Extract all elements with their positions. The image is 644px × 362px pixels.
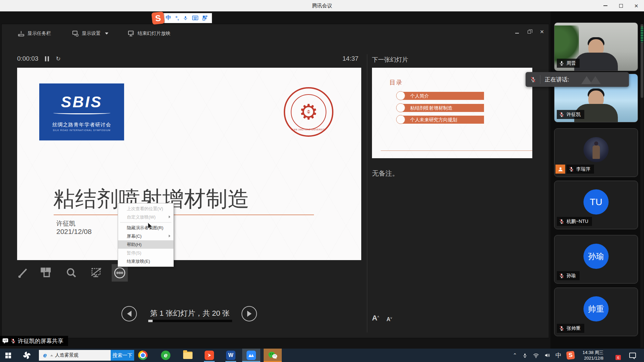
slide-position-label: 第 1 张幻灯片，共 20 张 xyxy=(147,308,233,318)
taskbar-tencent-meeting[interactable] xyxy=(242,349,260,362)
submenu-arrow-icon xyxy=(169,235,170,237)
display-settings-button[interactable]: 显示设置 xyxy=(72,27,108,40)
taskbar-360-browser[interactable]: e xyxy=(159,349,172,362)
participant-name-label: 杭鹏~NTU xyxy=(557,217,592,226)
sogou-pinwheel-button[interactable] xyxy=(19,349,34,362)
tray-mic[interactable] xyxy=(520,349,530,362)
ppt-close-button[interactable]: ✕ xyxy=(540,29,544,35)
font-decrease-button[interactable]: A˅ xyxy=(386,316,392,322)
mic-muted-icon xyxy=(11,338,16,344)
blank-screen-icon xyxy=(91,267,102,279)
action-center-icon xyxy=(629,353,636,358)
ppt-restore-button[interactable] xyxy=(528,29,531,35)
tray-clock[interactable]: 14:38 周三 2021/12/8 xyxy=(573,350,603,361)
menu-item-pause[interactable]: 暂停(S) xyxy=(118,249,173,257)
taskbar-chrome[interactable] xyxy=(136,349,150,362)
participant-video-tile[interactable]: 李瑞萍 xyxy=(554,128,638,177)
window-maximize-button[interactable] xyxy=(613,0,629,11)
ime-keyboard-icon[interactable] xyxy=(192,15,198,20)
window-close-button[interactable]: ✕ xyxy=(629,0,644,11)
toc-dot xyxy=(396,91,405,100)
taskbar-word[interactable]: W xyxy=(224,349,237,362)
font-increase-button[interactable]: A˄ xyxy=(372,314,379,322)
participant-name-label: 孙瑜 xyxy=(557,271,580,280)
taskbar-file-explorer[interactable] xyxy=(181,349,195,362)
meeting-window-titlebar: 腾讯会议 ✕ xyxy=(0,0,644,11)
xjtu-university-seal: ⚙ 1896 XI'AN JIAOTONG UNIVERSITY xyxy=(284,87,333,137)
pause-timer-button[interactable] xyxy=(45,56,49,61)
tray-ime-mode[interactable]: 中 xyxy=(553,349,564,362)
pen-tool-button[interactable] xyxy=(15,264,31,282)
next-slide-preview[interactable]: 目录 个人简介 粘结剂喷射增材制造 个人未来研究方向规划 xyxy=(372,68,532,158)
menu-separator xyxy=(120,222,171,223)
previous-slide-button[interactable] xyxy=(121,306,137,321)
menu-item-help[interactable]: 帮助(H) xyxy=(118,240,173,249)
tray-notifications[interactable]: 6 xyxy=(608,349,621,362)
taskbar-video-player[interactable] xyxy=(203,349,216,362)
toc-dot xyxy=(396,103,405,112)
ime-chinese-mode[interactable]: 中 xyxy=(166,14,171,21)
shared-screen-area: S 中 °, 显示任务栏 显示设置 x 结束幻灯片放映 xyxy=(0,11,644,349)
black-screen-button[interactable] xyxy=(88,264,104,282)
menu-item-end-show[interactable]: 结束放映(E) xyxy=(118,257,173,265)
start-button[interactable] xyxy=(0,349,16,362)
menu-item-screen[interactable]: 屏幕(C) xyxy=(118,232,173,240)
tray-action-center[interactable] xyxy=(626,349,639,362)
menu-item-custom-show[interactable]: 自定义放映(W) xyxy=(118,213,173,221)
sogou-logo-icon[interactable]: S xyxy=(151,11,165,25)
avatar xyxy=(584,137,609,162)
speaking-now-tooltip: 正在讲话: xyxy=(526,72,629,87)
menu-item-hide-presenter-view[interactable]: 隐藏演示者视图(R) xyxy=(118,224,173,232)
search-go-button[interactable]: 搜索一下 xyxy=(111,350,134,361)
show-taskbar-button[interactable]: 显示任务栏 xyxy=(18,27,51,40)
meeting-logo-watermark xyxy=(579,74,609,85)
powerpoint-presenter-window: 显示任务栏 显示设置 x 结束幻灯片放映 ✕ 0:00:03 ↻ 14:37 xyxy=(1,24,549,338)
participant-video-tile[interactable]: 周晋 xyxy=(554,22,638,71)
mic-muted-icon xyxy=(559,273,564,279)
speaker-notes: 无备注。 xyxy=(372,169,399,178)
speaker-icon xyxy=(544,353,550,358)
screen-share-banner: 许征凯的屏幕共享 xyxy=(0,336,68,346)
taskbar-wechat[interactable] xyxy=(264,349,282,362)
wifi-icon xyxy=(533,353,539,358)
sidebar-scrollbar[interactable] xyxy=(640,24,644,348)
search-input-value[interactable]: 人造雾景观 xyxy=(55,352,78,358)
participants-sidebar: 周晋 许征凯 李瑞萍 TU 杭鹏~NTU xyxy=(550,11,644,349)
submenu-arrow-icon xyxy=(169,216,170,218)
end-slideshow-button[interactable]: x 结束幻灯片放映 xyxy=(128,27,170,40)
participant-video-tile[interactable]: 孙瑜 孙瑜 xyxy=(554,235,638,284)
participant-video-tile[interactable]: 帅重 张帅重 xyxy=(554,288,638,336)
tray-network[interactable] xyxy=(531,349,541,362)
panel-divider xyxy=(367,54,367,333)
taskbar-search-box[interactable]: e 人造雾景观 xyxy=(39,350,111,361)
ime-mic-icon[interactable] xyxy=(183,15,188,21)
zoom-slide-button[interactable] xyxy=(63,264,79,282)
participant-name-label: 周晋 xyxy=(557,59,580,68)
tray-volume[interactable] xyxy=(542,349,553,362)
mic-muted-icon xyxy=(559,325,564,331)
avatar: 孙瑜 xyxy=(584,244,609,269)
sbis-wave-decoration xyxy=(53,112,110,114)
ie-browser-icon: e xyxy=(42,352,48,359)
menu-item-last-viewed[interactable]: 上次查看的位置(V) xyxy=(118,204,173,213)
participant-video-tile[interactable]: TU 杭鹏~NTU xyxy=(554,181,638,229)
chevron-down-icon xyxy=(105,33,108,35)
participant-name-label: 李瑞萍 xyxy=(567,165,594,174)
ime-toolbox-icon[interactable] xyxy=(203,15,208,20)
folder-icon xyxy=(183,352,193,359)
mic-muted-icon xyxy=(530,76,536,83)
mic-on-icon xyxy=(559,60,564,66)
window-minimize-button[interactable] xyxy=(598,0,613,11)
mic-muted-icon xyxy=(559,219,564,224)
ppt-minimize-button[interactable] xyxy=(515,29,519,35)
ime-punctuation-icon[interactable]: °, xyxy=(175,15,179,21)
slide-author: 许征凯 xyxy=(56,219,75,228)
restart-timer-button[interactable]: ↻ xyxy=(56,55,60,62)
see-all-slides-button[interactable] xyxy=(38,264,54,282)
next-slide-button[interactable] xyxy=(241,306,257,321)
taskbar-icon xyxy=(18,31,24,37)
current-slide: SBIS 丝绸之路青年学者研讨会 SILK ROAD INTERNATIONAL… xyxy=(17,68,361,260)
ime-toolbar[interactable]: S 中 °, xyxy=(152,12,212,23)
word-icon: W xyxy=(226,351,235,360)
tray-expand-chevron[interactable]: ⌃ xyxy=(510,349,520,362)
